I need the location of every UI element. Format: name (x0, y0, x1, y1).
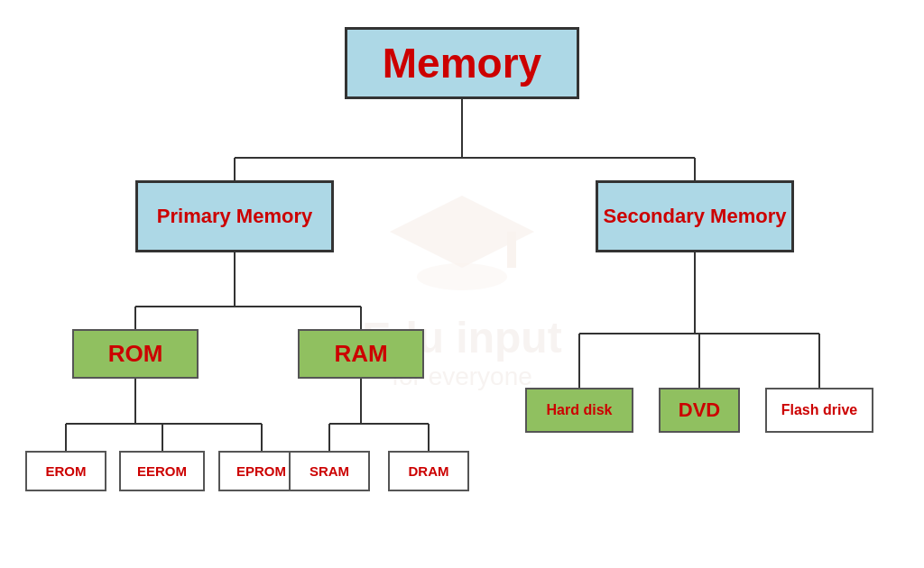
primary-memory-node: Primary Memory (135, 180, 334, 252)
ram-label: RAM (334, 340, 387, 368)
dvd-label: DVD (679, 399, 720, 422)
rom-label: ROM (108, 340, 163, 368)
flashdrive-node: Flash drive (765, 388, 873, 433)
secondary-memory-node: Secondary Memory (596, 180, 794, 252)
tree-diagram: Memory Primary Memory Secondary Memory R… (0, 0, 924, 568)
primary-label: Primary Memory (157, 205, 312, 228)
rom-node: ROM (72, 329, 199, 379)
harddisk-node: Hard disk (525, 388, 633, 433)
memory-node: Memory (345, 27, 579, 99)
eerom-label: EEROM (137, 463, 187, 479)
eprom-label: EPROM (236, 463, 286, 479)
sram-label: SRAM (310, 463, 349, 479)
secondary-label: Secondary Memory (604, 205, 787, 228)
dram-label: DRAM (409, 463, 449, 479)
memory-label: Memory (383, 39, 541, 87)
erom-label: EROM (46, 463, 87, 479)
erom-node: EROM (25, 451, 106, 491)
dram-node: DRAM (388, 451, 469, 491)
dvd-node: DVD (659, 388, 740, 433)
eerom-node: EEROM (119, 451, 205, 491)
sram-node: SRAM (289, 451, 370, 491)
harddisk-label: Hard disk (547, 402, 613, 418)
ram-node: RAM (298, 329, 424, 379)
flashdrive-label: Flash drive (781, 402, 857, 418)
